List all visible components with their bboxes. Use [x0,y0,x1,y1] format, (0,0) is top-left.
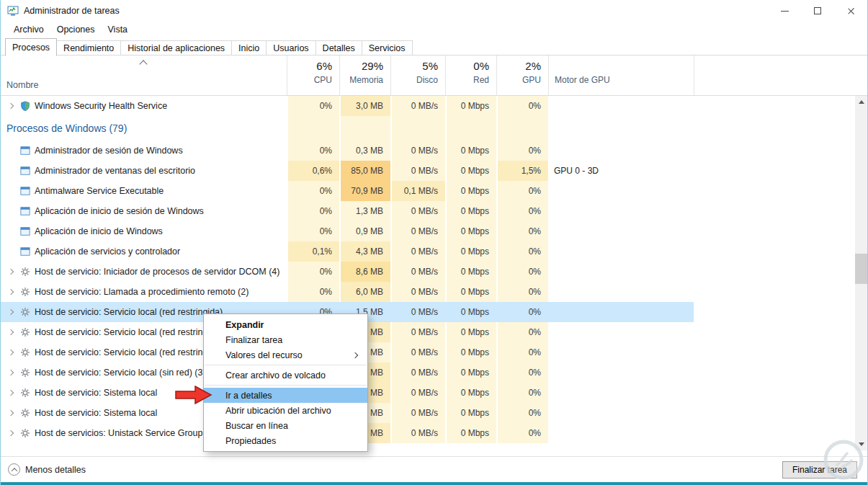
column-label: Memoria [349,75,383,85]
column-header-cpu[interactable]: 6%CPU [287,55,339,95]
cpu-cell: 0,6% [287,161,339,181]
row-filler [694,423,867,443]
process-row[interactable]: Host de servicio: Servicio local (red re… [1,342,867,362]
disk-cell: 0 MB/s [390,322,445,342]
gpu-engine-cell [548,342,694,362]
gpu-cell [496,116,548,141]
gear-icon [19,347,30,358]
row-filler [694,403,867,423]
gpu-engine-cell [548,322,694,342]
tab-servicios[interactable]: Servicios [362,40,413,55]
memory-cell: 1,3 MB [339,201,390,221]
process-row[interactable]: Antimalware Service Executable0%70,9 MB0… [1,181,867,201]
process-row[interactable]: Administrador de ventanas del escritorio… [1,161,867,181]
tab-inicio[interactable]: Inicio [231,40,267,55]
column-header-red[interactable]: 0%Red [445,55,496,95]
process-group-header[interactable]: Procesos de Windows (79) [1,116,867,141]
disk-cell: 0 MB/s [390,241,445,262]
expand-chevron-icon[interactable] [5,431,17,435]
expand-chevron-icon[interactable] [5,350,17,355]
context-menu: ExpandirFinalizar tareaValores del recur… [203,313,368,452]
context-menu-item-crear-archivo-de-volcado[interactable]: Crear archivo de volcado [204,368,367,383]
memory-cell: 85,0 MB [339,161,390,181]
scroll-down-button[interactable] [855,438,867,450]
tab-usuarios[interactable]: Usuarios [266,40,316,55]
sort-ascending-icon [139,60,147,68]
column-header-gpu[interactable]: 2%GPU [496,55,548,95]
expand-chevron-icon[interactable] [5,290,17,294]
tab-detalles[interactable]: Detalles [316,40,362,55]
context-menu-item-finalizar-tarea[interactable]: Finalizar tarea [204,332,367,347]
window-icon [19,246,30,257]
expand-chevron-icon[interactable] [5,391,17,395]
close-button[interactable] [834,0,867,22]
process-row[interactable]: Aplicación de inicio de Windows0%0,9 MB0… [1,221,867,241]
minimize-button[interactable] [768,0,801,22]
window-icon [19,226,30,237]
memory-cell [339,116,390,141]
memory-cell: 70,9 MB [339,181,390,201]
tab-procesos[interactable]: Procesos [5,38,57,56]
process-row[interactable]: Host de servicio: Servicio local (sin re… [1,362,867,383]
context-menu-item-propiedades[interactable]: Propiedades [204,433,367,448]
column-header-motor-de-gpu[interactable]: Motor de GPU [548,55,694,95]
shield-icon [19,101,30,112]
menubar-item-vista[interactable]: Vista [102,22,135,37]
row-filler [694,342,867,362]
gpu-engine-cell [548,201,694,221]
process-row[interactable]: Host de servicio: Iniciador de procesos … [1,262,867,282]
tab-historial-de-aplicaciones[interactable]: Historial de aplicaciones [120,40,232,55]
process-row[interactable]: Host de servicios: Unistack Service Grou… [1,423,867,443]
process-row[interactable]: Host de servicio: Servicio local (red re… [1,302,867,322]
network-cell: 0 Mbps [445,302,496,322]
process-row[interactable]: Host de servicio: Sistema local0%3,9 MB0… [1,383,867,403]
process-row[interactable]: Aplicación de servicios y controlador0,1… [1,241,867,262]
network-cell: 0 Mbps [445,221,496,241]
end-task-button[interactable]: Finalizar tarea [782,461,857,479]
gpu-engine-cell [548,302,694,322]
scrollbar-thumb[interactable] [855,254,867,284]
gpu-engine-cell [548,262,694,282]
row-filler [694,282,867,302]
process-row[interactable]: Host de servicio: Servicio local (red re… [1,322,867,342]
process-row[interactable]: Administrador de sesión de Windows0%0,3 … [1,141,867,161]
process-name-cell: Administrador de ventanas del escritorio [1,161,287,181]
menubar-item-opciones[interactable]: Opciones [50,22,102,37]
process-row[interactable]: Host de servicio: Llamada a procedimient… [1,282,867,302]
process-name: Administrador de sesión de Windows [35,146,183,156]
context-menu-item-valores-del-recurso[interactable]: Valores del recurso [204,347,367,362]
process-row[interactable]: Host de servicio: Sistema local0%3,0 MB0… [1,403,867,423]
menubar-item-archivo[interactable]: Archivo [7,22,50,37]
row-filler [694,96,867,116]
expand-chevron-icon[interactable] [5,270,17,274]
gear-icon [19,408,30,419]
context-menu-item-buscar-en-linea[interactable]: Buscar en línea [204,418,367,433]
context-menu-item-expandir[interactable]: Expandir [204,317,367,332]
vertical-scrollbar[interactable] [855,96,867,450]
context-menu-item-abrir-ubicacion-del-archivo[interactable]: Abrir ubicación del archivo [204,403,367,418]
gpu-engine-cell [548,96,694,116]
less-details-toggle[interactable]: Menos detalles [8,463,86,476]
process-row[interactable]: Windows Security Health Service0%3,0 MB0… [1,96,867,116]
context-menu-separator [205,385,367,386]
maximize-button[interactable] [801,0,834,22]
network-cell: 0 Mbps [445,322,496,342]
disk-cell: 0 MB/s [390,201,445,221]
gear-icon [19,307,30,318]
process-row[interactable]: Aplicación de inicio de sesión de Window… [1,201,867,221]
column-header-name[interactable]: Nombre [1,55,287,95]
gpu-engine-cell: GPU 0 - 3D [548,161,694,181]
context-menu-item-ir-a-detalles[interactable]: Ir a detalles [204,388,367,403]
expand-chevron-icon[interactable] [5,370,17,375]
column-header-disco[interactable]: 5%Disco [390,55,445,95]
scroll-up-button[interactable] [855,96,867,108]
gear-icon [19,388,30,399]
tab-rendimiento[interactable]: Rendimiento [56,40,121,55]
process-list: Windows Security Health Service0%3,0 MB0… [1,96,867,456]
expand-chevron-icon[interactable] [5,310,17,314]
expand-chevron-icon[interactable] [5,330,17,334]
column-header-memoria[interactable]: 29%Memoria [339,55,390,95]
expand-chevron-icon[interactable] [5,411,17,415]
network-cell: 0 Mbps [445,342,496,362]
expand-chevron-icon[interactable] [5,104,17,108]
